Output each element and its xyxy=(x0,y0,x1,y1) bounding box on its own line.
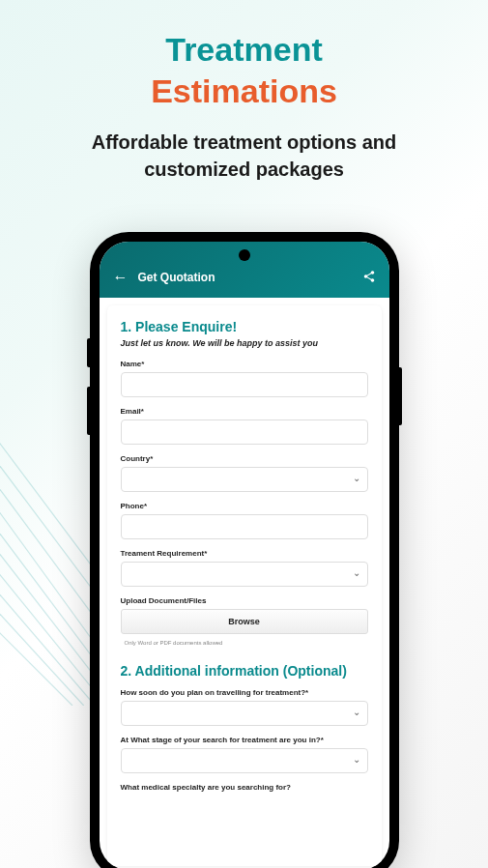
headline: Treatment Estimations xyxy=(0,0,488,121)
email-label: Email* xyxy=(121,407,368,416)
svg-line-7 xyxy=(0,548,95,706)
section1-subtitle: Just let us know. We will be happy to as… xyxy=(121,338,368,348)
name-input[interactable] xyxy=(121,372,368,397)
section1-title: 1. Please Enquire! xyxy=(121,319,368,334)
phone-input[interactable] xyxy=(121,514,368,539)
treatment-label: Treament Requirement* xyxy=(121,549,368,558)
headline-word1: Treatment xyxy=(165,31,323,68)
app-title: Get Quotation xyxy=(138,271,215,284)
q3-label: What medical specialty are you searching… xyxy=(121,783,368,792)
back-arrow-icon[interactable]: ← xyxy=(113,269,129,286)
country-select[interactable] xyxy=(121,467,368,492)
q2-select[interactable] xyxy=(121,748,368,773)
subheadline: Affordable treatment options and customi… xyxy=(0,121,488,202)
q1-label: How soon do you plan on travelling for t… xyxy=(121,688,368,697)
svg-line-9 xyxy=(0,593,72,706)
file-hint: Only Word or PDF documents allowed xyxy=(121,640,368,646)
phone-screen: ← Get Quotation 1. Please Enquire! Just … xyxy=(100,242,389,868)
form-card: 1. Please Enquire! Just let us know. We … xyxy=(107,305,382,866)
share-icon[interactable] xyxy=(362,270,376,286)
browse-button[interactable]: Browse xyxy=(121,609,368,634)
section2-title: 2. Additional information (Optional) xyxy=(121,663,368,679)
email-input[interactable] xyxy=(121,420,368,445)
upload-label: Upload Document/Files xyxy=(121,596,368,605)
phone-label: Phone* xyxy=(121,502,368,510)
headline-word2: Estimations xyxy=(151,72,337,109)
country-label: Country* xyxy=(121,454,368,463)
phone-notch xyxy=(239,249,250,261)
q2-label: At What stage of your search for treatme… xyxy=(121,736,368,744)
name-label: Name* xyxy=(121,360,368,368)
treatment-select[interactable] xyxy=(121,562,368,587)
phone-frame: ← Get Quotation 1. Please Enquire! Just … xyxy=(90,232,399,868)
q1-select[interactable] xyxy=(121,701,368,726)
